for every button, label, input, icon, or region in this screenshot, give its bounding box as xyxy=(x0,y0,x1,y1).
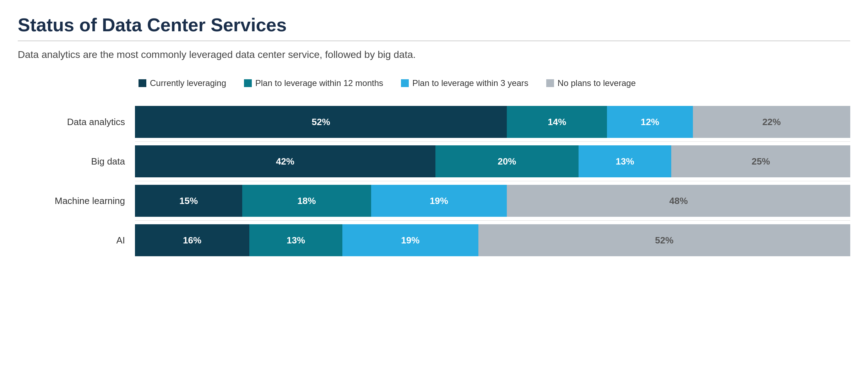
bar-segment-3years: 12% xyxy=(607,106,693,138)
legend: Currently leveraging Plan to leverage wi… xyxy=(39,78,850,88)
bar-segment-current: 42% xyxy=(135,145,435,177)
chart-row: AI16%13%19%52% xyxy=(39,224,850,256)
bar-segment-current: 16% xyxy=(135,224,249,256)
bar-track: 16%13%19%52% xyxy=(135,224,850,256)
chart-row: Data analytics52%14%12%22% xyxy=(39,106,850,138)
bar-segment-3years: 19% xyxy=(342,224,478,256)
title-divider xyxy=(18,41,850,41)
legend-swatch xyxy=(139,79,146,87)
row-label: Big data xyxy=(39,156,135,167)
legend-swatch xyxy=(546,79,554,87)
row-divider xyxy=(135,181,850,181)
chart-row: Big data42%20%13%25% xyxy=(39,145,850,177)
bar-track: 52%14%12%22% xyxy=(135,106,850,138)
subtitle: Data analytics are the most commonly lev… xyxy=(18,49,850,60)
row-label: Data analytics xyxy=(39,117,135,128)
legend-item: Currently leveraging xyxy=(139,78,226,88)
chart-container: Currently leveraging Plan to leverage wi… xyxy=(18,78,850,260)
legend-label: No plans to leverage xyxy=(558,78,636,88)
chart-row: Machine learning15%18%19%48% xyxy=(39,185,850,217)
bar-segment-12months: 18% xyxy=(242,185,371,217)
legend-item: No plans to leverage xyxy=(546,78,636,88)
row-divider xyxy=(135,141,850,142)
bar-segment-noplans: 48% xyxy=(507,185,850,217)
bar-segment-current: 52% xyxy=(135,106,507,138)
legend-label: Currently leveraging xyxy=(150,78,226,88)
bar-segment-noplans: 25% xyxy=(671,145,850,177)
bar-track: 15%18%19%48% xyxy=(135,185,850,217)
page-title: Status of Data Center Services xyxy=(18,14,850,36)
chart-rows: Data analytics52%14%12%22%Big data42%20%… xyxy=(39,106,850,260)
legend-swatch xyxy=(401,79,409,87)
bar-segment-noplans: 52% xyxy=(478,224,850,256)
bar-segment-current: 15% xyxy=(135,185,242,217)
bar-track: 42%20%13%25% xyxy=(135,145,850,177)
legend-item: Plan to leverage within 12 months xyxy=(244,78,383,88)
bar-segment-12months: 14% xyxy=(507,106,607,138)
row-divider xyxy=(135,220,850,221)
bar-segment-3years: 13% xyxy=(579,145,672,177)
bar-segment-noplans: 22% xyxy=(693,106,850,138)
legend-label: Plan to leverage within 3 years xyxy=(412,78,528,88)
bar-segment-12months: 13% xyxy=(249,224,342,256)
row-label: Machine learning xyxy=(39,195,135,206)
bar-segment-3years: 19% xyxy=(371,185,507,217)
row-label: AI xyxy=(39,235,135,246)
bar-segment-12months: 20% xyxy=(435,145,579,177)
legend-label: Plan to leverage within 12 months xyxy=(255,78,383,88)
legend-item: Plan to leverage within 3 years xyxy=(401,78,528,88)
legend-swatch xyxy=(244,79,252,87)
